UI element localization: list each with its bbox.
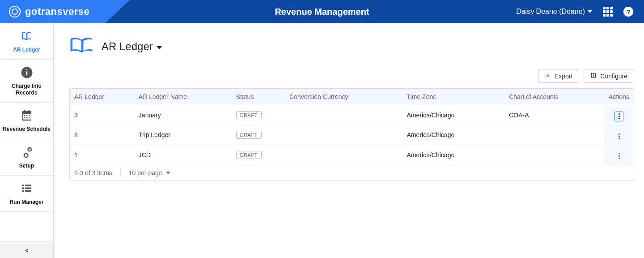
page-header: AR Ledger: [69, 37, 634, 56]
sidebar: AR Ledger Charge Info Records Revenue Sc…: [0, 23, 54, 258]
cell-name: Trip Ledger: [134, 125, 232, 145]
cell-ar-ledger: 3: [70, 105, 134, 125]
cell-status: DRAFT: [232, 105, 285, 125]
sidebar-item-setup[interactable]: Setup: [0, 139, 53, 176]
col-header-time-zone[interactable]: Time Zone: [402, 89, 505, 105]
columns-icon: [590, 72, 597, 80]
row-actions-button[interactable]: [614, 151, 623, 161]
help-icon[interactable]: ?: [623, 7, 633, 17]
header-right: Daisy Deane (Deane) ?: [516, 7, 644, 17]
chevrons-left-icon: «: [25, 246, 29, 254]
cell-conversion-currency: [285, 105, 402, 125]
user-menu[interactable]: Daisy Deane (Deane): [516, 8, 592, 16]
sidebar-item-label: Run Manager: [9, 199, 43, 205]
table-row[interactable]: 1JCDDRAFTAmerica/Chicago: [70, 145, 634, 165]
cell-conversion-currency: [285, 145, 402, 165]
page-title-dropdown[interactable]: AR Ledger: [102, 40, 162, 53]
cell-name: January: [134, 105, 232, 125]
svg-rect-1: [26, 72, 27, 76]
kebab-icon: [619, 153, 620, 159]
export-label: Export: [555, 73, 572, 80]
download-icon: [545, 72, 551, 80]
row-actions-button[interactable]: [614, 112, 623, 121]
per-page-label: 10 per page: [129, 169, 162, 176]
configure-button[interactable]: Configure: [584, 69, 634, 83]
svg-rect-6: [25, 187, 31, 189]
app-header: gotransverse Revenue Management Daisy De…: [0, 0, 644, 23]
header-brand-area: gotransverse: [0, 0, 130, 23]
cell-chart-of-accounts: COA-A: [504, 105, 604, 125]
cell-status: DRAFT: [232, 145, 285, 165]
per-page-selector[interactable]: 10 per page: [129, 169, 170, 176]
svg-rect-2: [26, 69, 27, 71]
book-icon: [69, 37, 93, 56]
brand-logo-icon: [9, 6, 21, 17]
brand-name: gotransverse: [25, 6, 89, 17]
separator: [120, 169, 121, 177]
cell-actions: [604, 125, 634, 145]
cell-actions: [604, 105, 634, 125]
sidebar-item-label: Setup: [19, 163, 34, 169]
configure-label: Configure: [600, 73, 627, 80]
svg-rect-7: [22, 190, 24, 192]
caret-down-icon: [166, 172, 170, 174]
table-header-row: AR Ledger AR Ledger Name Status Conversi…: [70, 89, 634, 105]
col-header-conversion-currency[interactable]: Conversion Currency: [285, 89, 402, 105]
sidebar-item-label: Revenue Schedule: [3, 126, 51, 132]
sidebar-item-ar-ledger[interactable]: AR Ledger: [0, 23, 53, 60]
cell-chart-of-accounts: [504, 125, 604, 145]
table-toolbar: Export Configure: [69, 69, 634, 83]
page-module-title: Revenue Management: [275, 7, 369, 17]
col-header-actions: Actions: [604, 89, 634, 105]
brand-logo[interactable]: gotransverse: [9, 6, 89, 17]
sidebar-item-run-manager[interactable]: Run Manager: [0, 176, 53, 212]
cell-ar-ledger: 1: [70, 145, 134, 165]
sidebar-item-label: Charge Info Records: [3, 83, 51, 96]
cell-actions: [604, 145, 634, 165]
cell-time-zone: America/Chicago: [402, 145, 505, 165]
cell-conversion-currency: [285, 125, 402, 145]
table-row[interactable]: 2Trip LedgerDRAFTAmerica/Chicago: [70, 125, 634, 145]
svg-rect-8: [25, 190, 31, 192]
row-actions-button[interactable]: [614, 131, 623, 141]
cell-name: JCD: [134, 145, 232, 165]
caret-down-icon: [157, 46, 162, 49]
col-header-chart-of-accounts[interactable]: Chart of Accounts: [504, 89, 604, 105]
cell-ar-ledger: 2: [70, 125, 134, 145]
table-footer: 1-3 of 3 items 10 per page: [70, 165, 634, 181]
user-display-name: Daisy Deane (Deane): [516, 8, 585, 16]
status-chip: DRAFT: [236, 111, 262, 119]
kebab-icon: [619, 133, 620, 139]
book-icon: [20, 30, 34, 45]
main-content: AR Ledger Export Configure: [54, 23, 644, 258]
sidebar-nav: AR Ledger Charge Info Records Revenue Sc…: [0, 23, 53, 241]
cell-chart-of-accounts: [504, 145, 604, 165]
kebab-icon: [619, 113, 620, 119]
sidebar-item-charge-info-records[interactable]: Charge Info Records: [0, 60, 53, 103]
list-icon: [20, 182, 34, 197]
caret-down-icon: [588, 10, 592, 13]
ar-ledger-table: AR Ledger AR Ledger Name Status Conversi…: [69, 88, 634, 181]
sidebar-item-revenue-schedule[interactable]: Revenue Schedule: [0, 103, 53, 139]
sidebar-collapse-button[interactable]: «: [0, 241, 53, 258]
page-title: AR Ledger: [102, 40, 153, 53]
svg-rect-5: [22, 187, 24, 189]
col-header-ar-ledger[interactable]: AR Ledger: [70, 89, 134, 105]
cell-time-zone: America/Chicago: [402, 105, 505, 125]
cell-status: DRAFT: [232, 125, 285, 145]
status-chip: DRAFT: [236, 131, 262, 139]
info-icon: [20, 66, 34, 81]
gears-icon: [20, 146, 34, 161]
col-header-status[interactable]: Status: [232, 89, 285, 105]
svg-rect-3: [22, 185, 24, 186]
table-row[interactable]: 3JanuaryDRAFTAmerica/ChicagoCOA-A: [70, 105, 634, 125]
col-header-name[interactable]: AR Ledger Name: [134, 89, 232, 105]
cell-time-zone: America/Chicago: [402, 125, 505, 145]
pagination-range: 1-3 of 3 items: [74, 169, 112, 176]
calendar-icon: [20, 109, 34, 124]
export-button[interactable]: Export: [538, 69, 579, 83]
apps-grid-icon[interactable]: [603, 7, 613, 17]
sidebar-item-label: AR Ledger: [13, 47, 40, 53]
svg-rect-4: [25, 185, 31, 186]
status-chip: DRAFT: [236, 151, 262, 159]
